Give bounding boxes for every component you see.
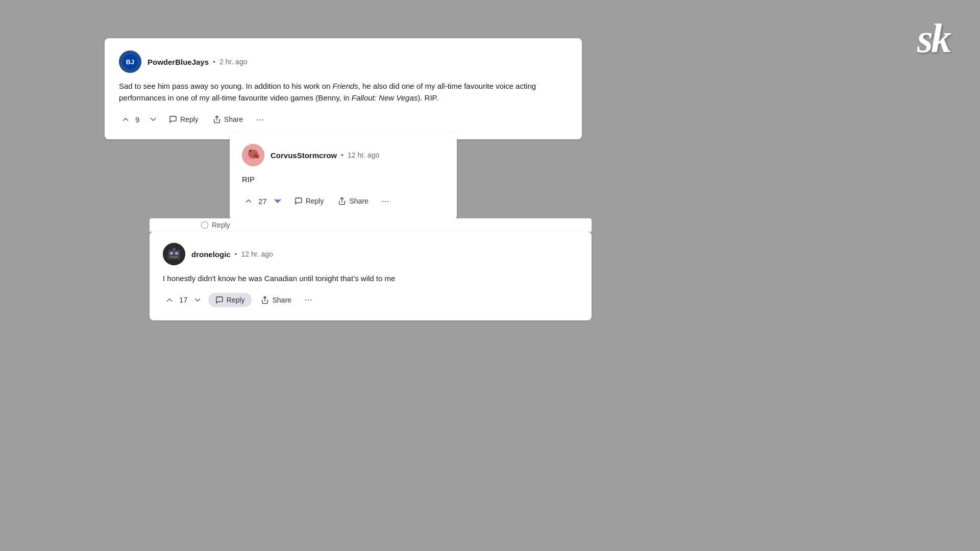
comment-card-dronelogic: dronelogic • 12 hr. ago I honestly didn'…	[150, 232, 592, 320]
sk-logo: sk	[917, 15, 949, 62]
svg-rect-13	[170, 252, 173, 255]
share-label-3: Share	[272, 296, 291, 304]
comment-header-2: CorvusStormcrow • 12 hr. ago	[242, 144, 445, 166]
share-button-2[interactable]: Share	[333, 194, 373, 208]
user-info-3: dronelogic • 12 hr. ago	[191, 250, 273, 259]
time-dronelogic: 12 hr. ago	[241, 250, 273, 258]
time-powderbluejays: 2 hr. ago	[219, 58, 248, 66]
reply-label-3: Reply	[227, 296, 245, 304]
svg-point-8	[249, 150, 251, 152]
username-powderbluejays: PowderBlueJays	[148, 58, 209, 66]
upvote-button-2[interactable]	[242, 194, 255, 208]
svg-point-10	[201, 221, 208, 228]
comment-card-corvusstormcrow: CorvusStormcrow • 12 hr. ago RIP 27 Rep	[230, 133, 457, 220]
reply-button-3[interactable]: Reply	[208, 293, 252, 307]
avatar-powderbluejays: BJ	[119, 51, 141, 73]
user-info: PowderBlueJays • 2 hr. ago	[148, 58, 247, 66]
svg-point-6	[249, 149, 254, 155]
svg-rect-15	[170, 256, 178, 258]
svg-text:BJ: BJ	[126, 58, 134, 66]
share-button-3[interactable]: Share	[256, 293, 296, 307]
comment-card-powderbluejays: BJ PowderBlueJays • 2 hr. ago Sad to see…	[105, 38, 582, 139]
partial-card-strip: Reply	[150, 218, 592, 232]
vote-section-3: 17	[163, 293, 204, 307]
downvote-button-1[interactable]	[146, 113, 160, 126]
share-label-2: Share	[349, 197, 368, 205]
svg-rect-12	[168, 250, 180, 259]
more-button-1[interactable]: ···	[252, 112, 268, 127]
vote-section-2: 27	[242, 193, 285, 209]
upvote-button-1[interactable]	[119, 113, 132, 126]
comment-header: BJ PowderBlueJays • 2 hr. ago	[119, 51, 568, 73]
partial-reply-label: Reply	[212, 221, 230, 229]
more-button-3[interactable]: ···	[301, 292, 316, 307]
username-corvusstormcrow: CorvusStormcrow	[271, 151, 337, 160]
comment-actions-3: 17 Reply Share ···	[163, 292, 578, 307]
reply-label-1: Reply	[180, 115, 199, 123]
comment-body-powderbluejays: Sad to see him pass away so young. In ad…	[119, 80, 568, 104]
vote-count-2: 27	[258, 197, 267, 206]
comment-actions-1: 9 Reply Share ···	[119, 112, 568, 127]
reply-button-1[interactable]: Reply	[164, 112, 204, 127]
svg-rect-14	[175, 252, 178, 255]
partial-avatar-circle	[201, 221, 209, 229]
share-button-1[interactable]: Share	[208, 112, 248, 127]
more-button-2[interactable]: ···	[378, 194, 394, 209]
dot-separator: •	[213, 58, 215, 66]
vote-count-1: 9	[135, 115, 143, 124]
upvote-button-3[interactable]	[163, 293, 176, 307]
svg-rect-16	[173, 248, 176, 251]
avatar-dronelogic	[163, 243, 185, 265]
dot-separator-2: •	[341, 151, 344, 159]
vote-section-1: 9	[119, 113, 160, 126]
comment-header-3: dronelogic • 12 hr. ago	[163, 243, 578, 265]
comment-body-dronelogic: I honestly didn't know he was Canadian u…	[163, 272, 578, 284]
downvote-button-3[interactable]	[191, 293, 204, 307]
vote-count-3: 17	[179, 295, 188, 304]
comment-actions-2: 27 Reply Share ···	[242, 193, 445, 209]
share-label-1: Share	[224, 115, 243, 123]
dot-separator-3: •	[235, 250, 237, 258]
time-corvusstormcrow: 12 hr. ago	[348, 151, 379, 159]
avatar-corvusstormcrow	[242, 144, 264, 166]
reply-label-2: Reply	[306, 197, 324, 205]
user-info-2: CorvusStormcrow • 12 hr. ago	[271, 151, 379, 160]
username-dronelogic: dronelogic	[191, 250, 231, 259]
downvote-button-2[interactable]	[270, 193, 285, 209]
comment-body-corvusstormcrow: RIP	[242, 173, 445, 185]
reply-button-2[interactable]: Reply	[289, 194, 329, 208]
